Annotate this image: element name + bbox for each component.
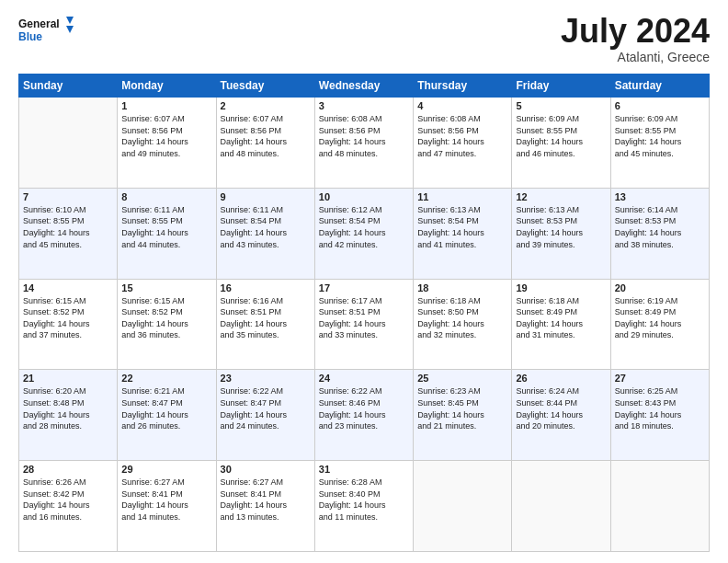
day-info: Sunrise: 6:20 AMSunset: 8:48 PMDaylight:…: [23, 385, 113, 431]
calendar-week-2: 7Sunrise: 6:10 AMSunset: 8:55 PMDaylight…: [19, 188, 710, 279]
svg-marker-3: [66, 26, 74, 33]
table-row: 9Sunrise: 6:11 AMSunset: 8:54 PMDaylight…: [216, 188, 314, 279]
day-number: 24: [319, 373, 409, 384]
day-number: 27: [615, 373, 705, 384]
day-info: Sunrise: 6:22 AMSunset: 8:47 PMDaylight:…: [221, 385, 311, 431]
table-row: 2Sunrise: 6:07 AMSunset: 8:56 PMDaylight…: [216, 98, 314, 189]
day-number: 6: [615, 100, 705, 111]
table-row: [610, 461, 709, 552]
title-block: July 2024 Atalanti, Greece: [561, 15, 710, 64]
day-info: Sunrise: 6:14 AMSunset: 8:53 PMDaylight:…: [615, 204, 705, 250]
day-number: 31: [319, 464, 409, 475]
day-info: Sunrise: 6:11 AMSunset: 8:55 PMDaylight:…: [121, 204, 211, 250]
calendar-week-4: 21Sunrise: 6:20 AMSunset: 8:48 PMDayligh…: [19, 370, 710, 461]
day-info: Sunrise: 6:18 AMSunset: 8:49 PMDaylight:…: [516, 295, 606, 341]
day-number: 29: [121, 464, 211, 475]
day-number: 9: [221, 191, 311, 202]
table-row: [414, 461, 512, 552]
day-number: 7: [23, 191, 113, 202]
table-row: 12Sunrise: 6:13 AMSunset: 8:53 PMDayligh…: [512, 188, 610, 279]
day-info: Sunrise: 6:18 AMSunset: 8:50 PMDaylight:…: [417, 295, 507, 341]
day-number: 2: [221, 100, 311, 111]
col-friday: Friday: [512, 75, 610, 98]
day-number: 28: [23, 464, 113, 475]
day-info: Sunrise: 6:11 AMSunset: 8:54 PMDaylight:…: [221, 204, 311, 250]
month-title: July 2024: [561, 15, 710, 48]
day-number: 8: [121, 191, 211, 202]
table-row: 19Sunrise: 6:18 AMSunset: 8:49 PMDayligh…: [512, 279, 610, 370]
day-info: Sunrise: 6:08 AMSunset: 8:56 PMDaylight:…: [319, 113, 409, 159]
col-monday: Monday: [118, 75, 216, 98]
calendar-table: Sunday Monday Tuesday Wednesday Thursday…: [18, 74, 710, 552]
svg-marker-2: [66, 17, 74, 24]
day-info: Sunrise: 6:22 AMSunset: 8:46 PMDaylight:…: [319, 385, 409, 431]
calendar-week-5: 28Sunrise: 6:26 AMSunset: 8:42 PMDayligh…: [19, 461, 710, 552]
day-number: 3: [319, 100, 409, 111]
day-info: Sunrise: 6:27 AMSunset: 8:41 PMDaylight:…: [121, 477, 211, 523]
table-row: 21Sunrise: 6:20 AMSunset: 8:48 PMDayligh…: [19, 370, 118, 461]
day-info: Sunrise: 6:07 AMSunset: 8:56 PMDaylight:…: [221, 113, 311, 159]
table-row: 1Sunrise: 6:07 AMSunset: 8:56 PMDaylight…: [118, 98, 216, 189]
table-row: 17Sunrise: 6:17 AMSunset: 8:51 PMDayligh…: [314, 279, 413, 370]
table-row: 4Sunrise: 6:08 AMSunset: 8:56 PMDaylight…: [414, 98, 512, 189]
day-number: 10: [319, 191, 409, 202]
table-row: [19, 98, 118, 189]
day-number: 14: [23, 282, 113, 293]
calendar-week-3: 14Sunrise: 6:15 AMSunset: 8:52 PMDayligh…: [19, 279, 710, 370]
day-info: Sunrise: 6:09 AMSunset: 8:55 PMDaylight:…: [615, 113, 705, 159]
col-sunday: Sunday: [19, 75, 118, 98]
table-row: 27Sunrise: 6:25 AMSunset: 8:43 PMDayligh…: [610, 370, 709, 461]
day-info: Sunrise: 6:09 AMSunset: 8:55 PMDaylight:…: [516, 113, 606, 159]
logo: General Blue: [18, 15, 74, 48]
day-number: 17: [319, 282, 409, 293]
day-info: Sunrise: 6:10 AMSunset: 8:55 PMDaylight:…: [23, 204, 113, 250]
day-number: 25: [417, 373, 507, 384]
day-info: Sunrise: 6:25 AMSunset: 8:43 PMDaylight:…: [615, 385, 705, 431]
day-number: 23: [221, 373, 311, 384]
day-info: Sunrise: 6:24 AMSunset: 8:44 PMDaylight:…: [516, 385, 606, 431]
day-number: 1: [121, 100, 211, 111]
table-row: 6Sunrise: 6:09 AMSunset: 8:55 PMDaylight…: [610, 98, 709, 189]
svg-text:Blue: Blue: [18, 30, 42, 43]
day-number: 21: [23, 373, 113, 384]
day-info: Sunrise: 6:13 AMSunset: 8:53 PMDaylight:…: [516, 204, 606, 250]
col-wednesday: Wednesday: [314, 75, 413, 98]
day-info: Sunrise: 6:15 AMSunset: 8:52 PMDaylight:…: [23, 295, 113, 341]
day-info: Sunrise: 6:28 AMSunset: 8:40 PMDaylight:…: [319, 477, 409, 523]
table-row: 14Sunrise: 6:15 AMSunset: 8:52 PMDayligh…: [19, 279, 118, 370]
table-row: 24Sunrise: 6:22 AMSunset: 8:46 PMDayligh…: [314, 370, 413, 461]
day-number: 26: [516, 373, 606, 384]
day-number: 12: [516, 191, 606, 202]
table-row: 25Sunrise: 6:23 AMSunset: 8:45 PMDayligh…: [414, 370, 512, 461]
day-number: 20: [615, 282, 705, 293]
table-row: 8Sunrise: 6:11 AMSunset: 8:55 PMDaylight…: [118, 188, 216, 279]
subtitle: Atalanti, Greece: [561, 50, 710, 64]
day-info: Sunrise: 6:15 AMSunset: 8:52 PMDaylight:…: [121, 295, 211, 341]
day-info: Sunrise: 6:16 AMSunset: 8:51 PMDaylight:…: [221, 295, 311, 341]
calendar-week-1: 1Sunrise: 6:07 AMSunset: 8:56 PMDaylight…: [19, 98, 710, 189]
col-tuesday: Tuesday: [216, 75, 314, 98]
day-info: Sunrise: 6:23 AMSunset: 8:45 PMDaylight:…: [417, 385, 507, 431]
table-row: 30Sunrise: 6:27 AMSunset: 8:41 PMDayligh…: [216, 461, 314, 552]
day-number: 11: [417, 191, 507, 202]
table-row: 13Sunrise: 6:14 AMSunset: 8:53 PMDayligh…: [610, 188, 709, 279]
header-row: Sunday Monday Tuesday Wednesday Thursday…: [19, 75, 710, 98]
day-info: Sunrise: 6:07 AMSunset: 8:56 PMDaylight:…: [121, 113, 211, 159]
day-number: 4: [417, 100, 507, 111]
table-row: 22Sunrise: 6:21 AMSunset: 8:47 PMDayligh…: [118, 370, 216, 461]
col-saturday: Saturday: [610, 75, 709, 98]
day-info: Sunrise: 6:17 AMSunset: 8:51 PMDaylight:…: [319, 295, 409, 341]
table-row: 20Sunrise: 6:19 AMSunset: 8:49 PMDayligh…: [610, 279, 709, 370]
table-row: 28Sunrise: 6:26 AMSunset: 8:42 PMDayligh…: [19, 461, 118, 552]
table-row: 29Sunrise: 6:27 AMSunset: 8:41 PMDayligh…: [118, 461, 216, 552]
table-row: 23Sunrise: 6:22 AMSunset: 8:47 PMDayligh…: [216, 370, 314, 461]
day-info: Sunrise: 6:21 AMSunset: 8:47 PMDaylight:…: [121, 385, 211, 431]
day-info: Sunrise: 6:27 AMSunset: 8:41 PMDaylight:…: [221, 477, 311, 523]
day-number: 15: [121, 282, 211, 293]
day-number: 30: [221, 464, 311, 475]
col-thursday: Thursday: [414, 75, 512, 98]
day-info: Sunrise: 6:19 AMSunset: 8:49 PMDaylight:…: [615, 295, 705, 341]
table-row: 10Sunrise: 6:12 AMSunset: 8:54 PMDayligh…: [314, 188, 413, 279]
table-row: 31Sunrise: 6:28 AMSunset: 8:40 PMDayligh…: [314, 461, 413, 552]
table-row: [512, 461, 610, 552]
